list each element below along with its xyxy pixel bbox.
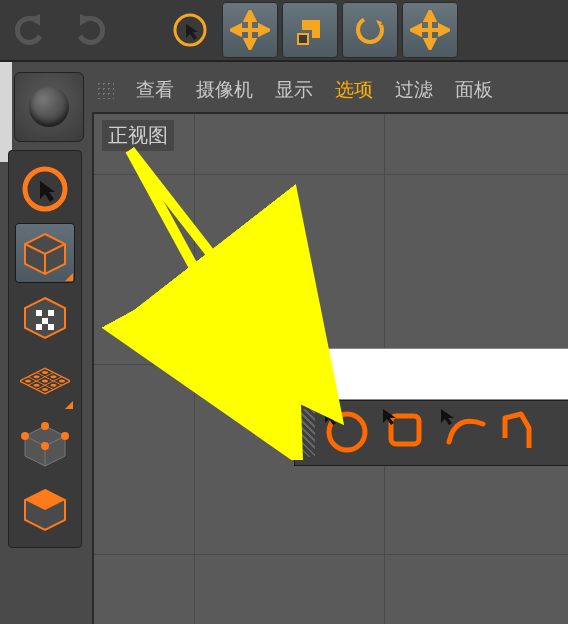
cursor-icon [381,407,431,457]
select-tool-button[interactable] [162,2,218,58]
rectangle-tool[interactable] [379,405,437,461]
svg-marker-55 [383,409,396,425]
rotate-tool-button[interactable] [342,2,398,58]
svg-rect-26 [48,310,54,316]
menu-panel[interactable]: 面板 [455,77,493,103]
arc-tool[interactable] [437,405,495,461]
points-tool[interactable] [15,415,75,475]
grip-icon[interactable] [96,81,114,99]
svg-marker-17 [426,40,434,48]
svg-marker-19 [440,26,448,34]
svg-point-42 [32,383,40,387]
svg-marker-6 [246,12,254,20]
scale-tool-button[interactable] [282,2,338,58]
workplane-tool[interactable] [15,351,75,411]
freehand-circle-tool[interactable] [321,405,379,461]
svg-marker-21 [40,181,55,202]
grip-icon[interactable] [301,409,315,457]
svg-marker-9 [260,26,268,34]
polygon-tool[interactable] [495,405,553,461]
menu-view[interactable]: 查看 [136,77,174,103]
svg-point-36 [49,375,57,379]
menu-display[interactable]: 显示 [275,77,313,103]
svg-marker-8 [232,26,240,34]
svg-marker-56 [441,409,454,425]
svg-point-48 [21,432,29,440]
svg-rect-28 [36,324,42,330]
top-toolbar [0,0,568,62]
cursor-icon [323,407,373,457]
svg-point-40 [49,383,57,387]
model-tool[interactable] [15,223,75,283]
globe-icon[interactable] [14,72,84,142]
svg-point-37 [58,379,66,383]
svg-point-38 [32,375,40,379]
svg-rect-27 [42,318,48,324]
svg-point-39 [41,379,49,383]
flyout-indicator-icon [65,273,73,281]
undo-button[interactable] [2,2,58,58]
uv-tool[interactable] [15,479,75,539]
popup-panel [310,348,568,400]
svg-point-46 [41,422,49,430]
svg-marker-53 [325,409,338,425]
spline-toolbar [294,400,568,466]
svg-point-49 [41,442,49,450]
move-tool-button[interactable] [222,2,278,58]
redo-button[interactable] [62,2,118,58]
cursor-icon [439,407,489,457]
move2-tool-button[interactable] [402,2,458,58]
svg-point-43 [41,387,49,391]
svg-marker-18 [412,26,420,34]
svg-rect-10 [298,34,308,44]
menu-options[interactable]: 选项 [335,77,373,103]
svg-point-41 [24,379,32,383]
flyout-indicator-icon [65,401,73,409]
svg-rect-29 [48,324,54,330]
menu-filter[interactable]: 过滤 [395,77,433,103]
viewport-label: 正视图 [102,120,174,151]
viewport-menu-bar: 查看 摄像机 显示 选项 过滤 面板 [96,74,493,106]
svg-point-35 [41,370,49,374]
live-select-tool[interactable] [15,159,75,219]
svg-marker-3 [186,24,198,40]
svg-marker-7 [246,40,254,48]
svg-rect-25 [36,310,42,316]
svg-marker-16 [426,12,434,20]
svg-point-47 [61,432,69,440]
left-edge-strip [0,62,12,162]
texture-tool[interactable] [15,287,75,347]
menu-camera[interactable]: 摄像机 [196,77,253,103]
mode-tool-panel [8,150,82,548]
